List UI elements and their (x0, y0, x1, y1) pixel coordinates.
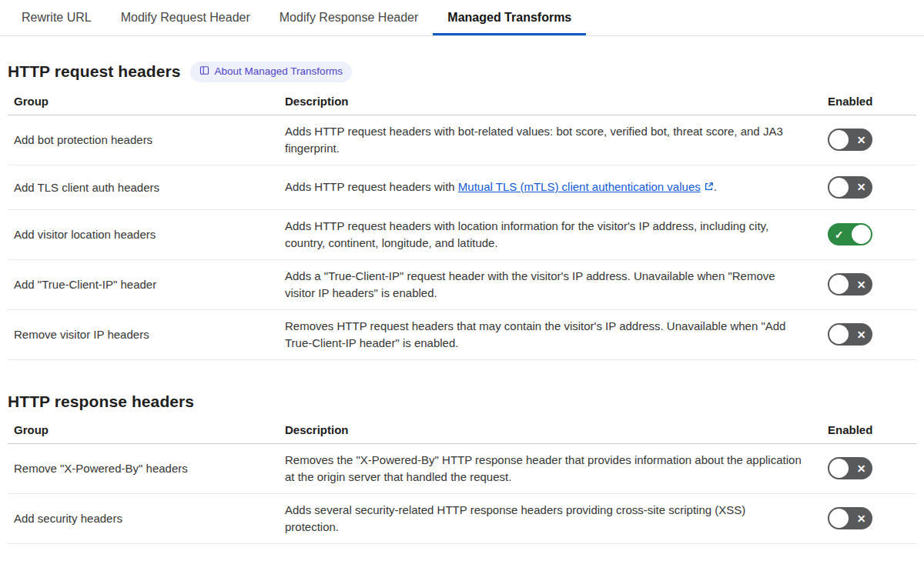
description-text: Adds a "True-Client-IP" request header w… (285, 269, 775, 299)
section-title: HTTP request headers (8, 62, 181, 81)
group-cell: Add bot protection headers (14, 133, 285, 146)
tab-modify-request-header[interactable]: Modify Request Header (106, 0, 265, 35)
description-cell: Adds a "True-Client-IP" request header w… (285, 268, 828, 302)
description-text: . (714, 180, 717, 193)
section-head-http-request-headers: HTTP request headersAbout Managed Transf… (8, 62, 916, 82)
group-cell: Remove visitor IP headers (14, 328, 285, 341)
section-head-http-response-headers: HTTP response headers (8, 392, 916, 411)
toggle-knob (829, 509, 849, 528)
main-content: HTTP request headersAbout Managed Transf… (0, 62, 924, 544)
description-cell: Removes HTTP request headers that may co… (285, 318, 828, 352)
table-row: Remove "X-Powered-By" headersRemoves the… (8, 444, 916, 494)
group-cell: Add "True-Client-IP" header (14, 278, 285, 291)
toggle-knob (829, 275, 849, 294)
section-http-request-headers: HTTP request headersAbout Managed Transf… (8, 62, 916, 360)
description-text: Adds HTTP request headers with location … (285, 219, 768, 249)
toggle-remove-x-powered-by-headers[interactable]: ✕ (828, 457, 872, 479)
table-row: Add bot protection headersAdds HTTP requ… (8, 115, 916, 165)
tab-rewrite-url[interactable]: Rewrite URL (7, 0, 106, 35)
column-header-group: Group (14, 95, 285, 108)
table-header-row: GroupDescriptionEnabled (8, 416, 916, 444)
x-icon: ✕ (852, 463, 871, 474)
group-cell: Add TLS client auth headers (14, 181, 285, 194)
table-http-response-headers: GroupDescriptionEnabledRemove "X-Powered… (8, 416, 916, 544)
check-icon: ✓ (829, 229, 849, 240)
description-cell: Adds HTTP request headers with bot-relat… (285, 123, 828, 157)
external-link[interactable]: Mutual TLS (mTLS) client authentication … (458, 180, 714, 193)
toggle-add-bot-protection-headers[interactable]: ✕ (828, 129, 872, 151)
toggle-add-true-client-ip-header[interactable]: ✕ (828, 273, 872, 296)
table-row: Remove visitor IP headersRemoves HTTP re… (8, 310, 916, 360)
toggle-knob (829, 459, 849, 478)
x-icon: ✕ (852, 279, 871, 290)
enabled-cell: ✕ (828, 176, 910, 199)
table-http-request-headers: GroupDescriptionEnabledAdd bot protectio… (8, 87, 916, 360)
table-row: Add visitor location headersAdds HTTP re… (8, 210, 916, 260)
x-icon: ✕ (852, 329, 871, 340)
column-header-description: Description (285, 95, 828, 108)
section-title: HTTP response headers (8, 392, 194, 411)
x-icon: ✕ (852, 182, 871, 192)
description-cell: Adds HTTP request headers with location … (285, 218, 828, 252)
external-link-icon (704, 182, 714, 192)
description-cell: Adds HTTP request headers with Mutual TL… (285, 179, 828, 195)
group-cell: Add security headers (14, 512, 285, 525)
toggle-knob (829, 325, 849, 344)
toggle-knob (852, 225, 871, 244)
toggle-knob (829, 178, 849, 197)
table-row: Add "True-Client-IP" headerAdds a "True-… (8, 260, 916, 310)
tab-bar: Rewrite URLModify Request HeaderModify R… (0, 0, 924, 36)
toggle-add-tls-client-auth-headers[interactable]: ✕ (828, 176, 872, 199)
badge-label: About Managed Transforms (215, 66, 343, 77)
group-cell: Add visitor location headers (14, 228, 285, 241)
toggle-add-visitor-location-headers[interactable]: ✓ (828, 223, 872, 245)
book-icon (199, 65, 209, 78)
book-icon (199, 65, 209, 75)
column-header-enabled: Enabled (828, 95, 910, 108)
description-text: Adds several security-related HTTP respo… (285, 503, 745, 533)
enabled-cell: ✕ (828, 507, 910, 529)
column-header-group: Group (14, 423, 285, 436)
table-header-row: GroupDescriptionEnabled (8, 87, 916, 115)
external-link-label: Mutual TLS (mTLS) client authentication … (458, 180, 701, 193)
description-text: Removes the "X-Powered-By" HTTP response… (285, 453, 802, 483)
table-row: Add TLS client auth headersAdds HTTP req… (8, 165, 916, 210)
column-header-enabled: Enabled (828, 423, 910, 436)
table-row: Add security headersAdds several securit… (8, 494, 916, 544)
toggle-add-security-headers[interactable]: ✕ (828, 507, 872, 529)
description-cell: Adds several security-related HTTP respo… (285, 502, 828, 536)
enabled-cell: ✕ (828, 323, 910, 346)
toggle-remove-visitor-ip-headers[interactable]: ✕ (828, 323, 872, 346)
description-text: Removes HTTP request headers that may co… (285, 319, 785, 349)
group-cell: Remove "X-Powered-By" headers (14, 462, 285, 475)
toggle-knob (829, 130, 849, 149)
column-header-description: Description (285, 423, 828, 436)
x-icon: ✕ (852, 135, 871, 145)
enabled-cell: ✓ (828, 223, 910, 245)
description-text: Adds HTTP request headers with bot-relat… (285, 125, 783, 155)
description-cell: Removes the "X-Powered-By" HTTP response… (285, 452, 828, 486)
enabled-cell: ✕ (828, 273, 910, 296)
description-text: Adds HTTP request headers with (285, 180, 458, 193)
enabled-cell: ✕ (828, 457, 910, 479)
tab-managed-transforms[interactable]: Managed Transforms (433, 0, 586, 35)
tab-modify-response-header[interactable]: Modify Response Header (265, 0, 434, 35)
section-http-response-headers: HTTP response headersGroupDescriptionEna… (8, 392, 916, 544)
enabled-cell: ✕ (828, 129, 910, 151)
external-link-icon (701, 180, 714, 193)
x-icon: ✕ (852, 513, 871, 524)
about-managed-transforms-badge[interactable]: About Managed Transforms (190, 62, 353, 82)
